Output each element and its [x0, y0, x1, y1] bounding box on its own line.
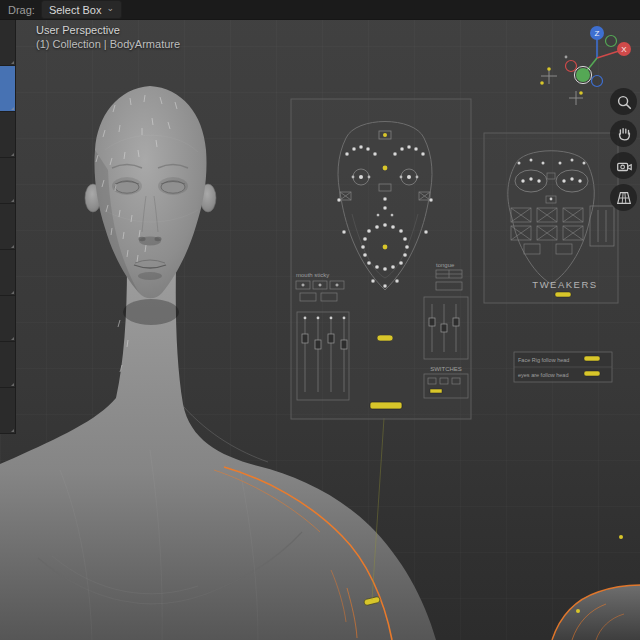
viewport-header: Drag: Select Box ⌄: [0, 0, 640, 20]
toolbar-left: [0, 20, 16, 434]
gizmo-axis-neg-z[interactable]: [592, 76, 603, 87]
toolbar-tool-6[interactable]: [0, 250, 15, 296]
toolbar-tool-8[interactable]: [0, 342, 15, 388]
camera-icon: [615, 157, 633, 175]
magnifier-icon: [615, 93, 633, 111]
follow-toggle-2[interactable]: [584, 371, 600, 376]
gizmo-axis-neg-x[interactable]: [566, 61, 577, 72]
blender-window: mouth sticky tongue: [0, 0, 640, 640]
toolbar-tool-3[interactable]: [0, 112, 15, 158]
switches-label: SWITCHES: [430, 366, 462, 372]
follow-row-2-label: eyes are follow head: [518, 372, 568, 378]
gizmo-axis-x[interactable]: X: [617, 42, 631, 56]
move-view-button[interactable]: [610, 120, 637, 147]
viewport-3d[interactable]: mouth sticky tongue: [0, 0, 640, 640]
toolbar-tool-5[interactable]: [0, 204, 15, 250]
zoom-button[interactable]: [610, 88, 637, 115]
toolbar-tool-9[interactable]: [0, 388, 15, 434]
follow-row-1-label: Face Rig follow head: [518, 357, 569, 363]
gizmo-axis-neg-y[interactable]: [606, 36, 617, 47]
hand-icon: [615, 125, 633, 143]
face-rig-panel-main[interactable]: mouth sticky tongue: [291, 99, 471, 419]
tweakers-title: TWEAKERS: [532, 279, 597, 290]
toolbar-tool-1[interactable]: [0, 20, 15, 66]
select-tool-dropdown[interactable]: Select Box ⌄: [41, 0, 122, 19]
viewport-canvas[interactable]: mouth sticky tongue: [0, 0, 640, 640]
eye-target-control[interactable]: [383, 166, 388, 171]
mouth-master-control[interactable]: [383, 245, 388, 250]
toolbar-tool-7[interactable]: [0, 296, 15, 342]
chevron-down-icon: ⌄: [107, 4, 115, 13]
gizmo-x-label: X: [621, 45, 627, 54]
camera-view-button[interactable]: [610, 152, 637, 179]
gizmo-axis-z[interactable]: Z: [590, 26, 604, 40]
toggle-ortho-button[interactable]: [610, 184, 637, 211]
follow-settings-box[interactable]: Face Rig follow head eyes are follow hea…: [514, 352, 612, 382]
face-rig-panel-tweakers[interactable]: TWEAKERS: [484, 133, 618, 303]
perspective-grid-icon: [615, 189, 633, 207]
main-slider-bar[interactable]: [370, 402, 402, 409]
center-slider-pill[interactable]: [377, 335, 393, 341]
tongue-label: tongue: [436, 262, 455, 268]
gizmo-axis-y[interactable]: [574, 66, 591, 83]
gizmo-z-label: Z: [595, 29, 600, 38]
view-perspective-label: User Perspective: [36, 24, 120, 36]
bone-dot[interactable]: [576, 609, 580, 613]
select-tool-label: Select Box: [49, 4, 102, 16]
toolbar-tool-4[interactable]: [0, 158, 15, 204]
mouth-sticky-label: mouth sticky: [296, 272, 329, 278]
drag-label: Drag:: [8, 4, 35, 16]
viewport-nav-buttons: [610, 88, 637, 211]
toolbar-tool-2-active[interactable]: [0, 66, 15, 112]
tweakers-slider-pill[interactable]: [555, 292, 571, 297]
follow-toggle-1[interactable]: [584, 356, 600, 361]
active-collection-label: (1) Collection | BodyArmature: [36, 38, 180, 50]
